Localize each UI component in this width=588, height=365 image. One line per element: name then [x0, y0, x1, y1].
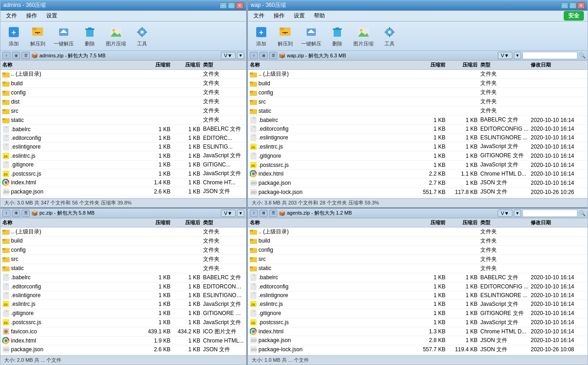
list-item[interactable]: .eslintignore1 KB1 KBESLINTIG... [0, 143, 246, 151]
list-item[interactable]: build文件夹 [248, 79, 588, 88]
list-item[interactable]: .editorconfig1 KB1 KBEDITORC... [0, 134, 246, 143]
sort-btn-right-2[interactable]: V▼ [498, 210, 512, 217]
list-item[interactable]: .eslintignore1 KB1 KBESLINTIGNORE ...202… [248, 133, 588, 142]
list-item[interactable]: index.html1.4 KB1 KBChrome HT... [0, 178, 246, 187]
list-item[interactable]: static文件夹 [248, 264, 588, 273]
extract-btn-left[interactable]: 解压到 [26, 23, 49, 49]
nav-up-left-2[interactable]: ↑ [2, 210, 11, 217]
imgcompress-btn-left[interactable]: 图片压缩 [102, 23, 130, 49]
list-item[interactable]: static文件夹 [0, 264, 246, 273]
list-item[interactable]: .editorconfig1 KB1 KBEDITORCONFIG... [0, 282, 246, 291]
menu-ops-left[interactable]: 操作 [24, 11, 39, 20]
search-input-right-2[interactable] [522, 210, 577, 217]
list-item[interactable]: JS.postcssrc.js1 KB1 KBJavaScript 文件 [0, 318, 246, 327]
minimize-btn-right[interactable]: ─ [561, 2, 568, 9]
view-btn-right-2b[interactable]: ☰ [269, 210, 277, 217]
list-item[interactable]: src文件夹 [0, 255, 246, 264]
view-btn-right-1a[interactable]: ⊞ [259, 52, 268, 59]
close-btn[interactable]: ✕ [236, 2, 243, 9]
list-item[interactable]: build文件夹 [0, 237, 246, 246]
list-item[interactable]: src文件夹 [0, 106, 246, 116]
onekey-btn-left[interactable]: 一键解压 [50, 23, 77, 49]
list-item[interactable]: JS.eslintrc.js1 KB1 KBJavaScript 文件2020-… [248, 142, 588, 151]
menu-help-right[interactable]: 帮助 [312, 11, 327, 20]
nav-up-left-1[interactable]: ↑ [2, 52, 11, 59]
list-item[interactable]: .babelrc1 KB1 KBBABELRC 文件 [0, 125, 246, 134]
minimize-btn[interactable]: ─ [220, 2, 227, 9]
list-item[interactable]: config文件夹 [248, 88, 588, 97]
list-item[interactable]: JS.postcssrc.js1 KB1 KBJavaScript 文件2020… [248, 160, 588, 170]
list-item[interactable]: .. (上级目录)文件夹 [248, 227, 588, 237]
tools-btn-right[interactable]: 工具 [378, 23, 401, 49]
add-btn-right[interactable]: + 添加 [250, 23, 273, 49]
list-item[interactable]: static文件夹 [0, 116, 246, 125]
sort-btn-left-1[interactable]: V▼ [221, 52, 236, 59]
list-item[interactable]: JSONpackage.json2.7 KB1 KBJSON 文件2020-10… [248, 178, 588, 188]
view-btn-left-2b[interactable]: ☰ [22, 210, 30, 217]
add-btn-left[interactable]: + 添加 [2, 23, 25, 49]
list-item[interactable]: index.html2.2 KB1.1 KBChrome HTML D...20… [248, 170, 588, 178]
list-item[interactable]: index.html1.9 KB1 KBChrome HTML... [0, 337, 246, 345]
extract-btn-right[interactable]: 解压到 [274, 23, 297, 49]
imgcompress-btn-right[interactable]: 图片压缩 [350, 23, 377, 49]
list-item[interactable]: .. (上级目录)文件夹 [0, 70, 246, 79]
list-item[interactable]: .babelrc1 KB1 KBBABELRC 文件2020-10-10 16:… [248, 273, 588, 282]
onekey-btn-right[interactable]: 一键解压 [297, 23, 325, 49]
list-item[interactable]: .gitignore1 KB1 KBGITIGNC... [0, 160, 246, 169]
tools-btn-left[interactable]: 工具 [131, 23, 154, 49]
close-btn-right[interactable]: ✕ [577, 2, 585, 9]
list-item[interactable]: .babelrc1 KB1 KBBABELRC 文件 [0, 273, 246, 282]
list-item[interactable]: build文件夹 [248, 237, 588, 246]
maximize-btn[interactable]: □ [228, 2, 235, 9]
list-item[interactable]: JS.postcssrc.js1 KB1 KBJavaScript 文件 [0, 169, 246, 178]
list-item[interactable]: .editorconfig1 KB1 KBEDITORCONFIG ...202… [248, 125, 588, 133]
list-item[interactable]: JS.eslintrc.js1 KB1 KBJavaScript 文件 [0, 151, 246, 160]
sort-extra-left-2[interactable]: ▼ [237, 210, 244, 217]
list-item[interactable]: dist文件夹 [0, 97, 246, 106]
list-item[interactable]: .editorconfig1 KB1 KBEDITORCONFIG ...202… [248, 282, 588, 291]
list-item[interactable]: .. (上级目录)文件夹 [0, 227, 246, 237]
menu-ops-right[interactable]: 操作 [272, 11, 286, 20]
list-item[interactable]: JSONpackage.json2.6 KB1 KBJSON 文件 [0, 187, 246, 196]
list-item[interactable]: config文件夹 [0, 88, 246, 97]
view-btn-right-1b[interactable]: ☰ [269, 52, 277, 59]
menu-settings-left[interactable]: 设置 [44, 11, 59, 20]
list-item[interactable]: JSONpackage.json2.8 KB1 KBJSON 文件2020-10… [248, 336, 588, 345]
list-item[interactable]: JS.postcssrc.js1 KB1 KBJavaScript 文件2020… [248, 318, 588, 327]
nav-up-right-1[interactable]: ↑ [250, 52, 258, 59]
maximize-btn-right[interactable]: □ [569, 2, 577, 9]
nav-up-right-2[interactable]: ↑ [250, 210, 258, 217]
list-item[interactable]: src文件夹 [248, 97, 588, 106]
list-item[interactable]: config文件夹 [0, 246, 246, 255]
delete-btn-left[interactable]: 删除 [78, 23, 101, 49]
list-item[interactable]: JS.eslintrc.js1 KB1 KBJavaScript 文件 [0, 300, 246, 309]
search-input-right-1[interactable] [522, 52, 577, 59]
list-item[interactable]: JSONpackage.json2.6 KB1 KBJSON 文件 [0, 345, 246, 354]
list-item[interactable]: .gitignore1 KB1 KBGITIGNORE 文件2020-10-10… [248, 151, 588, 160]
list-item[interactable]: static文件夹 [248, 106, 588, 116]
list-item[interactable]: build文件夹 [0, 79, 246, 88]
sort-extra-right-2[interactable]: ▼ [514, 210, 521, 217]
sort-extra-left-1[interactable]: ▼ [237, 52, 244, 59]
list-item[interactable]: JSONpackage-lock.json557.7 KB119.4 KBJSO… [248, 345, 588, 354]
list-item[interactable]: .babelrc1 KB1 KBBABELRC 文件2020-10-10 16:… [248, 116, 588, 125]
list-item[interactable]: JS.eslintrc.js1 KB1 KBJavaScript 文件2020-… [248, 300, 588, 309]
list-item[interactable]: .eslintignore1 KB1 KBESLINTIGNORE... [0, 291, 246, 300]
list-item[interactable]: JSONpackage-lock.json551.7 KB117.8 KBJSO… [248, 188, 588, 197]
view-btn-right-2a[interactable]: ⊞ [259, 210, 268, 217]
menu-file-left[interactable]: 文件 [4, 11, 19, 20]
view-btn-left-2a[interactable]: ⊞ [12, 210, 20, 217]
menu-file-right[interactable]: 文件 [252, 11, 266, 20]
list-item[interactable]: .gitignore1 KB1 KBGITIGNORE 文件 [0, 309, 246, 318]
list-item[interactable]: .eslintignore1 KB1 KBESLINTIGNORE ...202… [248, 291, 588, 300]
view-btn-left-1b[interactable]: ☰ [22, 52, 30, 59]
list-item[interactable]: .gitignore1 KB1 KBGITIGNORE 文件2020-10-10… [248, 309, 588, 318]
sort-btn-left-2[interactable]: V▼ [221, 210, 236, 217]
delete-btn-right[interactable]: 删除 [326, 23, 349, 49]
list-item[interactable]: .. (上级目录)文件夹 [248, 70, 588, 79]
search-icon-right-2[interactable]: 🔍 [579, 210, 586, 216]
view-btn-left-1a[interactable]: ⊞ [12, 52, 20, 59]
list-item[interactable]: src文件夹 [248, 255, 588, 264]
menu-settings-right[interactable]: 设置 [292, 11, 307, 20]
list-item[interactable]: index.html1.3 KB1 KBChrome HTML D...2020… [248, 327, 588, 336]
